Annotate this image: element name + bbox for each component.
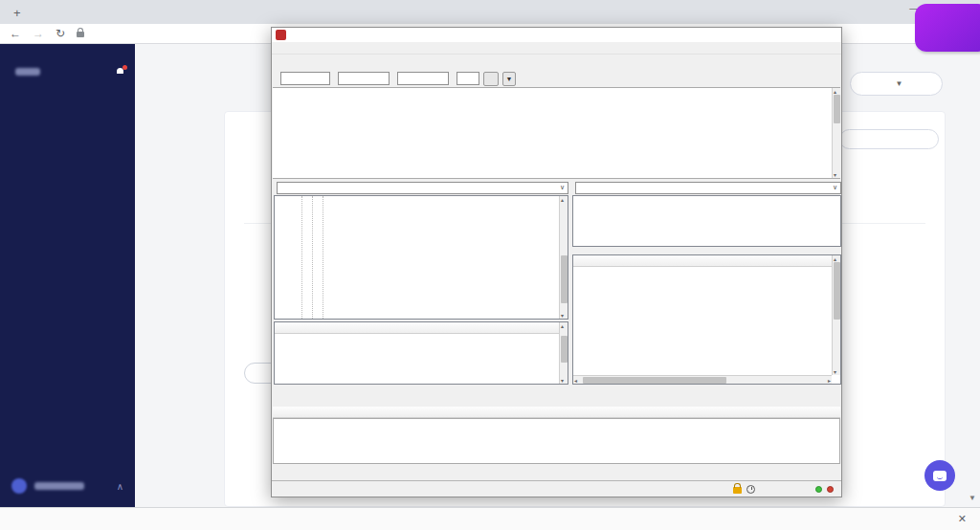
message-log	[273, 87, 840, 179]
username-input[interactable]	[338, 72, 390, 85]
filezilla-toolbar	[272, 55, 841, 70]
downloads-bar: ✕	[0, 507, 980, 530]
local-site-header: ∨	[274, 181, 568, 194]
port-input[interactable]	[457, 72, 479, 85]
remote-site-header: ∨	[572, 181, 841, 194]
reload-icon[interactable]: ↻	[56, 27, 65, 40]
filezilla-app-icon	[276, 30, 286, 40]
new-tab-button[interactable]: +	[13, 6, 21, 20]
watermark-j-badge	[915, 4, 980, 52]
chat-icon	[933, 471, 947, 481]
forward-icon[interactable]: →	[33, 27, 44, 40]
chat-bubble-button[interactable]	[924, 460, 955, 491]
queue-clock-icon	[746, 485, 755, 494]
close-downloads-bar-icon[interactable]: ✕	[958, 513, 967, 525]
kinsta-logo	[0, 44, 135, 57]
host-input[interactable]	[280, 72, 330, 85]
filezilla-statusbar	[272, 480, 841, 497]
password-input[interactable]	[397, 72, 449, 85]
lock-icon	[77, 32, 84, 37]
remote-status-text	[578, 386, 836, 398]
log-scrollbar[interactable]	[832, 88, 840, 178]
browser-tab-strip: + — ▢ ✕	[0, 0, 980, 24]
remote-list-scrollbar[interactable]	[832, 255, 840, 375]
sidebar-user[interactable]: ∧	[0, 478, 135, 494]
filezilla-menubar	[272, 42, 841, 55]
chevron-down-icon: ∨	[560, 184, 565, 191]
transfer-queue[interactable]	[273, 418, 840, 464]
company-name-redacted	[15, 68, 40, 76]
quickconnect-button[interactable]	[483, 72, 499, 86]
local-list-scrollbar[interactable]	[559, 322, 568, 384]
remote-list-hscrollbar[interactable]	[573, 375, 832, 384]
local-file-list[interactable]	[274, 321, 568, 385]
chevron-down-icon: ▼	[896, 79, 903, 88]
remote-path-combo[interactable]: ∨	[575, 182, 841, 194]
avatar	[11, 478, 27, 494]
filezilla-window[interactable]: ▼ ∨	[271, 27, 842, 497]
status-led-red-icon	[827, 486, 834, 493]
local-tree[interactable]	[274, 195, 568, 320]
local-tree-scrollbar[interactable]	[559, 196, 568, 319]
remote-file-list[interactable]	[572, 254, 841, 385]
env-switch-button[interactable]: ▼	[850, 72, 943, 96]
status-led-green-icon	[815, 486, 822, 493]
jepista-watermark	[915, 4, 978, 52]
queue-header	[273, 407, 840, 418]
filezilla-titlebar[interactable]	[272, 28, 841, 42]
sidebar-collapse-icon[interactable]: ∧	[117, 481, 123, 492]
local-path-combo[interactable]: ∨	[277, 182, 568, 194]
screen: + — ▢ ✕ ← → ↻ ∧	[0, 0, 980, 530]
company-row[interactable]	[0, 57, 135, 77]
notification-bell-icon[interactable]	[116, 67, 125, 77]
kinsta-sidebar: ∧	[0, 44, 135, 507]
remote-tree[interactable]	[572, 195, 841, 247]
dropdown-caret-icon[interactable]: ▼	[969, 494, 976, 502]
local-status-text	[276, 386, 567, 398]
back-icon[interactable]: ←	[10, 27, 21, 40]
quickconnect-bar: ▼	[272, 70, 841, 87]
site-label-button[interactable]	[839, 129, 939, 149]
chevron-down-icon: ∨	[833, 184, 837, 191]
quickconnect-dropdown-icon[interactable]: ▼	[502, 72, 516, 86]
username-redacted	[34, 482, 84, 490]
secure-lock-icon	[733, 487, 742, 494]
